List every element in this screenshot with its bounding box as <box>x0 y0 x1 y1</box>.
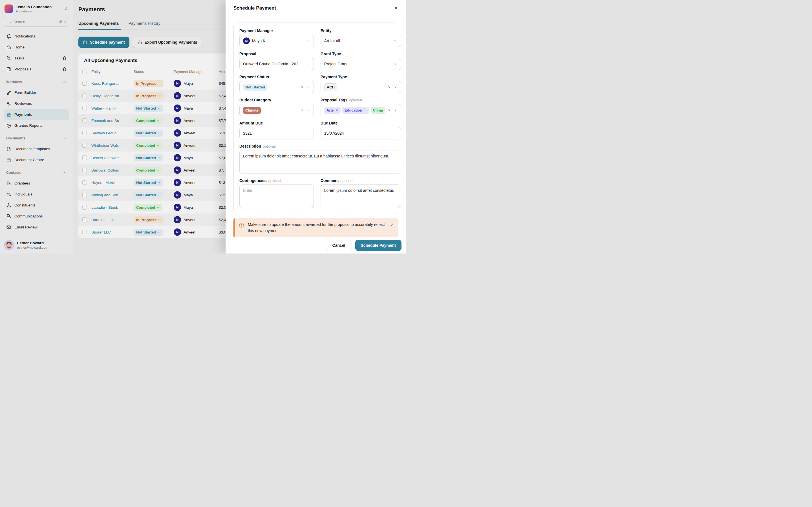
org-logo <box>4 4 13 13</box>
row-checkbox[interactable] <box>82 217 87 222</box>
resize-handle-icon[interactable] <box>310 204 312 207</box>
status-dropdown[interactable]: Completed <box>134 204 162 211</box>
entity-select[interactable]: Art for all <box>320 35 401 47</box>
proposal-select[interactable]: Outward Bound California - 202... <box>239 58 314 70</box>
section-documents[interactable]: Documents <box>4 133 69 144</box>
schedule-payment-button[interactable]: Schedule payment <box>79 37 130 48</box>
entity-link[interactable]: Labadie - Steub <box>91 205 118 210</box>
export-upcoming-payments-button[interactable]: Export Upcoming Payments <box>133 37 202 48</box>
entity-link[interactable]: Witting and Son <box>91 193 118 197</box>
entity-link[interactable]: Sporer LLC <box>91 230 111 234</box>
status-dropdown[interactable]: Not Started <box>134 229 163 236</box>
tab-upcoming-payments[interactable]: Upcoming Payments <box>79 21 121 30</box>
sidebar-item-form-builder[interactable]: Form Builder <box>4 87 69 98</box>
remove-tag-icon[interactable] <box>364 109 367 112</box>
search-input[interactable]: Search... ⌘ K <box>4 17 69 27</box>
entity-link[interactable]: Walter - Hamill <box>91 106 116 110</box>
favorite-star-icon[interactable] <box>62 56 67 61</box>
budget-category-chip: Climate <box>243 107 261 114</box>
entity-link[interactable]: Koss, Reinger ar <box>91 81 120 86</box>
entity-link[interactable]: Barrows, Collins <box>91 168 119 172</box>
clear-icon[interactable] <box>388 86 391 89</box>
status-dropdown[interactable]: Completed <box>134 117 162 124</box>
sidebar-item-reviewers[interactable]: Reviewers <box>4 98 69 109</box>
resize-handle-icon[interactable] <box>397 204 400 207</box>
dismiss-warning-icon[interactable] <box>390 223 394 228</box>
close-button[interactable] <box>391 3 401 13</box>
contingencies-textarea[interactable] <box>239 184 314 208</box>
sidebar-item-tasks[interactable]: Tasks <box>4 53 69 64</box>
comment-textarea[interactable]: Lorem ipsum dolor sit amet consectetur. <box>320 184 401 208</box>
submit-schedule-payment-button[interactable]: Schedule Payment <box>355 240 402 251</box>
payment-manager-select[interactable]: M Maya K. <box>239 35 314 47</box>
select-all-checkbox[interactable] <box>82 69 87 74</box>
payment-type-select[interactable]: ACH <box>320 81 401 93</box>
row-checkbox[interactable] <box>82 81 87 86</box>
sidebar-item-proposals[interactable]: Proposals <box>4 64 69 75</box>
entity-link[interactable]: Sawayn Group <box>91 131 116 135</box>
entity-link[interactable]: Hayes - Mertz <box>91 180 115 185</box>
status-dropdown[interactable]: Not Started <box>134 105 163 112</box>
budget-category-select[interactable]: Climate <box>239 104 314 116</box>
status-dropdown[interactable]: Completed <box>134 167 162 174</box>
remove-tag-icon[interactable] <box>336 109 338 112</box>
cancel-button[interactable]: Cancel <box>326 240 352 251</box>
sidebar-item-constituents[interactable]: Constituents <box>4 200 69 211</box>
row-checkbox[interactable] <box>82 180 87 185</box>
description-textarea[interactable]: Lorem ipsum dolor sit amet consectetur. … <box>239 150 401 174</box>
sidebar-item-communications[interactable]: Communications <box>4 211 69 222</box>
row-checkbox[interactable] <box>82 205 87 210</box>
clear-icon[interactable] <box>388 108 391 112</box>
row-checkbox[interactable] <box>82 106 87 110</box>
sidebar-item-grantee-reports[interactable]: Grantee Reports <box>4 120 69 131</box>
grant-type-select[interactable]: Project Grant <box>320 58 401 70</box>
row-checkbox[interactable] <box>82 168 87 172</box>
more-menu-icon[interactable] <box>64 243 69 247</box>
status-dropdown[interactable]: In Progress <box>134 80 163 87</box>
row-checkbox[interactable] <box>82 143 87 148</box>
manager-name: Anveet <box>184 168 195 172</box>
clear-icon[interactable] <box>300 108 304 112</box>
payment-status-select[interactable]: Not Started <box>239 81 314 93</box>
sidebar-item-home[interactable]: Home <box>4 42 69 53</box>
sidebar-item-individuals[interactable]: Individuals <box>4 189 69 200</box>
entity-link[interactable]: Bartoletti LLC <box>91 218 114 222</box>
status-dropdown[interactable]: In Progress <box>134 93 163 100</box>
entity-link[interactable]: Wintheiser Wals <box>91 144 119 148</box>
status-dropdown[interactable]: Not Started <box>134 179 163 186</box>
sidebar-item-notifications[interactable]: Notifications <box>4 31 69 42</box>
sidebar-item-document-centre[interactable]: Document Centre <box>4 154 69 165</box>
manager-name: Maya <box>184 81 193 86</box>
tab-payments-history[interactable]: Payments History <box>128 21 163 30</box>
status-dropdown[interactable]: Not Started <box>134 129 163 136</box>
favorite-star-icon[interactable] <box>62 67 67 71</box>
sidebar-item-document-templates[interactable]: Document Templates <box>4 144 69 154</box>
row-checkbox[interactable] <box>82 131 87 135</box>
status-dropdown[interactable]: In Progress <box>134 216 163 223</box>
org-switcher[interactable]: Temelio Foundation Foundation <box>4 4 69 13</box>
entity-link[interactable]: Zboncak and So <box>91 119 119 123</box>
section-workflow[interactable]: Workflow <box>4 77 69 87</box>
row-checkbox[interactable] <box>82 118 87 123</box>
status-dropdown[interactable]: Not Started <box>134 154 163 161</box>
amount-due-input[interactable] <box>239 127 314 139</box>
clear-icon[interactable] <box>300 86 304 89</box>
entity-link[interactable]: Becker Altenwer <box>91 156 119 160</box>
entity-link[interactable]: Reilly, Hoppe an <box>91 94 119 98</box>
sidebar-item-payments[interactable]: Payments <box>4 109 69 120</box>
org-switcher-chevrons-icon[interactable] <box>64 6 68 11</box>
resize-handle-icon[interactable] <box>397 170 400 172</box>
status-dropdown[interactable]: Completed <box>134 142 162 149</box>
sidebar-item-email-review[interactable]: Email Review <box>4 222 69 233</box>
section-contacts[interactable]: Contacts <box>4 168 69 178</box>
due-date-input[interactable] <box>320 127 401 139</box>
chevron-down-icon <box>393 62 397 66</box>
row-checkbox[interactable] <box>82 94 87 98</box>
row-checkbox[interactable] <box>82 230 87 234</box>
sidebar-item-grantees[interactable]: Grantees <box>4 178 69 189</box>
row-checkbox[interactable] <box>82 193 87 197</box>
proposal-tags-select[interactable]: Arts Education Clima <box>320 104 401 116</box>
status-dropdown[interactable]: Not Started <box>134 191 163 199</box>
manager-avatar: N <box>174 154 181 161</box>
row-checkbox[interactable] <box>82 156 87 160</box>
